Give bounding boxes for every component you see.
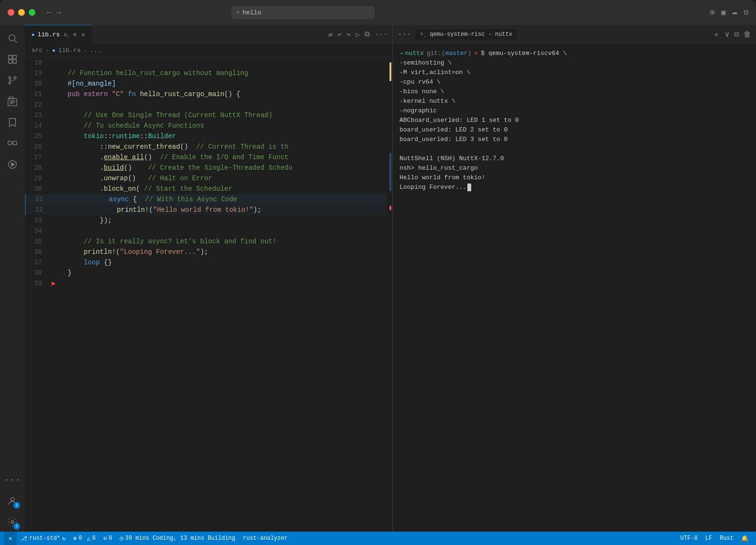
sidebar-item-account[interactable]: 1 bbox=[3, 491, 22, 511]
terminal-body[interactable]: → nuttx git:(master) ✕ $ qemu-system-ris… bbox=[393, 44, 756, 532]
warnings-icon: △ bbox=[87, 535, 90, 542]
terminal-tab[interactable]: >_ qemu-system-risc - nuttx bbox=[415, 29, 517, 40]
go-forward-icon[interactable]: ↪ bbox=[346, 30, 351, 39]
terminal-line-6: -nographic bbox=[400, 106, 749, 116]
terminal-tab-label: qemu-system-risc - nuttx bbox=[430, 31, 512, 38]
status-time[interactable]: ◷ 39 mins Coding, 13 mins Building bbox=[116, 532, 239, 545]
split-terminal-icon[interactable]: ⊟ bbox=[734, 30, 739, 39]
status-language[interactable]: Rust bbox=[716, 532, 737, 545]
status-branch[interactable]: ⎇ rust-std* ↻ bbox=[17, 532, 69, 545]
svg-point-19 bbox=[11, 521, 14, 523]
status-language-server[interactable]: rust-analyzer bbox=[239, 532, 292, 545]
svg-point-0 bbox=[9, 35, 15, 41]
split-right-icon[interactable]: ⧉ bbox=[365, 30, 370, 39]
scrollbar[interactable] bbox=[387, 57, 392, 532]
radio-count: 0 bbox=[108, 535, 112, 542]
search-text: hello bbox=[242, 9, 261, 16]
table-row: 34 bbox=[25, 226, 387, 236]
terminal-dropdown-icon[interactable]: ∨ bbox=[725, 30, 730, 39]
breadcrumb-file[interactable]: lib.rs bbox=[58, 47, 81, 54]
status-encoding[interactable]: UTF-8 bbox=[677, 532, 702, 545]
editor-area: ● lib.rs 6, M ✕ ⇄ ↩ ↪ ▷ ⧉ ··· src › ● li… bbox=[25, 25, 393, 532]
sidebar-item-run[interactable] bbox=[3, 155, 22, 174]
close-button[interactable] bbox=[8, 9, 14, 16]
git-compare-icon[interactable]: ⇄ bbox=[328, 30, 333, 39]
bell-icon: 🔔 bbox=[741, 535, 748, 542]
editor-content-wrap: 18 19 // Function hello_rust_cargo witho… bbox=[25, 57, 392, 532]
x-icon: ✕ bbox=[9, 535, 12, 542]
editor-tab-librs[interactable]: ● lib.rs 6, M ✕ bbox=[25, 25, 92, 44]
split-editor-icon[interactable]: ▣ bbox=[721, 8, 726, 17]
status-x-item[interactable]: ✕ bbox=[4, 532, 17, 545]
code-editor[interactable]: 18 19 // Function hello_rust_cargo witho… bbox=[25, 57, 387, 532]
status-radio[interactable]: ⊘ 0 bbox=[99, 532, 116, 545]
table-row: 38 } bbox=[25, 268, 387, 278]
table-row: 37 loop {} bbox=[25, 257, 387, 268]
terminal-line-10: NuttShell (NSH) NuttX-12.7.0 bbox=[400, 154, 749, 164]
branch-label: rust-std* bbox=[29, 535, 60, 542]
breadcrumb: src › ● lib.rs › ... bbox=[25, 44, 392, 57]
terminal-panel: ··· >_ qemu-system-risc - nuttx ＋ ∨ ⊟ 🗑 … bbox=[393, 25, 756, 532]
terminal-line-8: board_userled: LED 2 set to 0 bbox=[400, 125, 749, 135]
run-icon[interactable]: ▷ bbox=[356, 30, 360, 39]
status-bar: ✕ ⎇ rust-std* ↻ ⊗ 0 △ 6 ⊘ 0 ◷ 39 mins Co… bbox=[0, 532, 756, 545]
table-row: 30 .block_on( // Start the Scheduler bbox=[25, 184, 387, 194]
titlebar: ← → ⌕ hello ⊞ ▣ ▬ ⊟ bbox=[0, 0, 756, 25]
table-row: 26 ::new_current_thread() // Current Thr… bbox=[25, 142, 387, 152]
sidebar-item-source-control[interactable] bbox=[3, 71, 22, 90]
terminal-line-blank bbox=[400, 144, 749, 154]
sidebar-item-settings[interactable]: 1 bbox=[3, 512, 22, 532]
scroll-thumb-red bbox=[389, 206, 391, 210]
terminal-cursor bbox=[467, 184, 471, 191]
sidebar-item-extensions[interactable] bbox=[3, 134, 22, 153]
terminal-more-icon[interactable]: ··· bbox=[398, 30, 411, 39]
table-row: 21 pub extern "C" fn hello_rust_cargo_ma… bbox=[25, 89, 387, 99]
scroll-thumb-yellow bbox=[389, 62, 391, 81]
status-notifications[interactable]: 🔔 bbox=[737, 532, 752, 545]
terminal-line-prompt: → nuttx git:(master) ✕ $ qemu-system-ris… bbox=[400, 49, 749, 58]
svg-point-7 bbox=[9, 82, 11, 84]
terminal-line-11: nsh> hello_rust_cargo bbox=[400, 164, 749, 173]
terminal-tab-bar: ··· >_ qemu-system-risc - nuttx ＋ ∨ ⊟ 🗑 bbox=[393, 25, 756, 44]
status-problems[interactable]: ⊗ 0 △ 6 bbox=[69, 532, 99, 545]
table-row: 19 // Function hello_rust_cargo without … bbox=[25, 68, 387, 78]
forward-button[interactable]: → bbox=[56, 8, 61, 17]
go-back-icon[interactable]: ↩ bbox=[337, 30, 342, 39]
table-row: 18 bbox=[25, 57, 387, 68]
table-row: 28 .build() // Create the Single-Threade… bbox=[25, 163, 387, 173]
layout-grid-icon[interactable]: ⊞ bbox=[710, 8, 714, 17]
search-icon: ⌕ bbox=[236, 9, 239, 16]
terminal-actions: ＋ ∨ ⊟ 🗑 bbox=[713, 30, 751, 40]
svg-rect-16 bbox=[13, 141, 17, 144]
panel-icon[interactable]: ▬ bbox=[733, 8, 737, 17]
traffic-lights bbox=[8, 9, 35, 16]
table-row: 27 .enable_all() // Enable the I/O and T… bbox=[25, 152, 387, 163]
add-terminal-icon[interactable]: ＋ bbox=[713, 30, 720, 40]
back-button[interactable]: ← bbox=[47, 8, 52, 17]
tab-bar: ● lib.rs 6, M ✕ ⇄ ↩ ↪ ▷ ⧉ ··· bbox=[25, 25, 392, 44]
search-bar[interactable]: ⌕ hello bbox=[231, 6, 375, 19]
errors-count: 0 bbox=[79, 535, 82, 542]
status-eol[interactable]: LF bbox=[702, 532, 716, 545]
table-row: 31 async { // With this Async Code bbox=[25, 194, 387, 205]
sidebar-item-more[interactable]: ··· bbox=[3, 470, 22, 490]
breadcrumb-more[interactable]: ... bbox=[90, 47, 101, 54]
maximize-button[interactable] bbox=[29, 9, 35, 16]
terminal-line-3: -cpu rv64 \ bbox=[400, 77, 749, 87]
sidebar-item-files[interactable] bbox=[3, 92, 22, 111]
svg-line-1 bbox=[14, 40, 17, 43]
minimize-button[interactable] bbox=[18, 9, 25, 16]
more-actions-icon[interactable]: ··· bbox=[375, 31, 388, 39]
sidebar-item-bookmark[interactable] bbox=[3, 113, 22, 132]
sidebar-item-explorer[interactable] bbox=[3, 50, 22, 69]
tab-close-button[interactable]: ✕ bbox=[81, 31, 85, 39]
terminal-line-1: -semihosting \ bbox=[400, 58, 749, 68]
tab-filename: lib.rs bbox=[38, 31, 60, 38]
time-label: 39 mins Coding, 13 mins Building bbox=[125, 535, 235, 542]
table-row: 35 // Is it really async? Let's block an… bbox=[25, 236, 387, 247]
sidebar-item-search[interactable] bbox=[3, 29, 22, 48]
layout-icon[interactable]: ⊟ bbox=[744, 8, 748, 17]
breadcrumb-src[interactable]: src bbox=[32, 47, 43, 54]
time-icon: ◷ bbox=[120, 535, 123, 542]
close-terminal-icon[interactable]: 🗑 bbox=[744, 30, 751, 39]
